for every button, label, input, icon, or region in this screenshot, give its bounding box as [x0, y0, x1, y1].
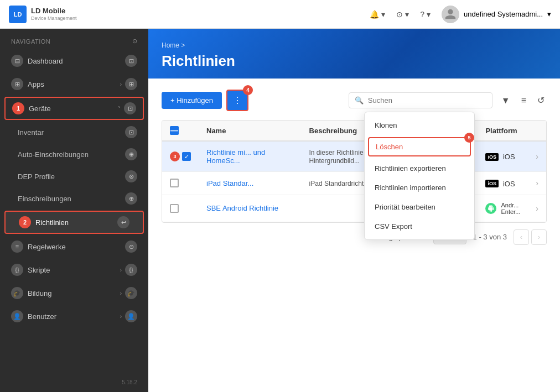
row-arrow-2: ›	[528, 172, 546, 195]
richtlinien-label: Richtlinien	[35, 218, 69, 227]
page-navigation: ‹ ›	[514, 229, 547, 245]
nav-section-label: NAVIGATION ⊙	[0, 29, 148, 49]
col-plattform: Plattform	[478, 121, 528, 141]
sidebar-item-dashboard[interactable]: ⊟ Dashboard ⊡	[0, 49, 148, 72]
avatar-icon	[444, 8, 457, 20]
row-link-3[interactable]: SBE Android Richtlinie	[206, 204, 278, 212]
step-badge-4: 4	[243, 85, 253, 95]
sidebar-item-label: Apps	[28, 80, 44, 88]
step-badge-1: 1	[12, 102, 24, 114]
dropdown-importieren[interactable]: Richtlinien importieren	[365, 178, 474, 197]
regelwerke-icon: ≡	[11, 241, 23, 253]
content-header: Home > Richtlinien	[148, 29, 560, 79]
dashboard-action-icon: ⊡	[125, 55, 137, 67]
row-platform-3: Andr...Enter...	[478, 195, 528, 222]
nav-settings-icon[interactable]: ⊙	[132, 38, 138, 45]
dropdown-menu: Klonen Löschen 5 Richtlinien exportieren…	[364, 112, 475, 240]
row-chevron-icon-3[interactable]: ›	[536, 204, 538, 213]
sync-icon: ⊙	[396, 10, 403, 19]
ios-badge-1: iOS	[485, 153, 499, 161]
search-box[interactable]: 🔍	[349, 92, 492, 108]
row-link-2[interactable]: iPad Standar...	[206, 179, 253, 187]
toolbar: + Hinzufügen ⋮ 4 🔍 ▼ ≡ ↺	[162, 90, 547, 111]
col-name: Name	[199, 121, 302, 141]
row-platform-1: iOS iOS	[478, 141, 528, 172]
sidebar-item-skripte[interactable]: {} Skripte › {}	[0, 258, 148, 281]
sidebar-item-einschreibungen[interactable]: Einschreibungen ⊕	[0, 187, 148, 210]
search-input[interactable]	[368, 96, 486, 104]
sidebar-item-richtlinien[interactable]: 2 Richtlinien ↩	[4, 211, 144, 234]
sidebar-item-geraete[interactable]: 1 Geräte ˅ ⊡	[4, 97, 144, 120]
dropdown-prioritaet[interactable]: Priorität bearbeiten	[365, 197, 474, 217]
header-right: 🔔 ▾ ⊙ ▾ ? ▾ undefined Systemadmi... ▾	[370, 6, 551, 23]
step-badge-2: 2	[19, 216, 31, 228]
user-chevron-icon: ▾	[547, 10, 551, 18]
row-arrow-1: ›	[528, 141, 546, 172]
row-chevron-icon-2[interactable]: ›	[536, 179, 538, 187]
sidebar-item-bildung[interactable]: 🎓 Bildung › 🎓	[0, 281, 148, 305]
sidebar-item-label: Geräte	[29, 104, 51, 113]
skripte-action-icon: {}	[125, 264, 137, 276]
dropdown-loeschen[interactable]: Löschen 5	[368, 137, 471, 156]
pagination: Einträge pro Seite: 100 1 - 3 von 3 ‹ ›	[162, 223, 547, 247]
page-title: Richtlinien	[162, 53, 547, 70]
auto-einschreibungen-label: Auto-Einschreibungen	[18, 150, 89, 159]
row-checkbox-1[interactable]: ✓	[182, 152, 191, 161]
breadcrumb: Home >	[162, 41, 547, 49]
sidebar-item-inventar[interactable]: Inventar ⊡	[0, 121, 148, 143]
platform-label-2: iOS	[503, 180, 515, 188]
dropdown-exportieren[interactable]: Richtlinien exportieren	[365, 159, 474, 178]
geraete-chevron-icon: ˅	[118, 106, 121, 112]
refresh-icon[interactable]: ↺	[535, 93, 547, 108]
row-checkbox-3[interactable]	[170, 204, 179, 213]
benutzer-action-icon: 👤	[125, 310, 137, 322]
row-link-1[interactable]: Richtlinie mi... und HomeSc...	[206, 148, 265, 165]
user-section[interactable]: undefined Systemadmi... ▾	[442, 6, 551, 23]
help-icon: ?	[420, 10, 424, 19]
dropdown-klonen[interactable]: Klonen	[365, 116, 474, 135]
prev-page-button[interactable]: ‹	[514, 229, 529, 245]
logo-icon: LD	[9, 6, 27, 23]
bildung-action-icon: 🎓	[125, 287, 137, 299]
row-name-2: iPad Standar...	[199, 172, 302, 195]
table-header-row: — Name Beschreibung Plattform	[162, 121, 546, 141]
list-view-icon[interactable]: ≡	[519, 93, 528, 108]
sidebar-item-regelwerke[interactable]: ≡ Regelwerke ⊝	[0, 235, 148, 258]
bell-icon: 🔔	[370, 10, 379, 19]
sidebar-item-apps[interactable]: ⊞ Apps › ⊞	[0, 72, 148, 96]
more-options-button[interactable]: ⋮ 4	[226, 90, 248, 111]
bell-button[interactable]: 🔔 ▾	[370, 10, 385, 19]
sidebar-item-benutzer[interactable]: 👤 Benutzer › 👤	[0, 305, 148, 328]
add-button[interactable]: + Hinzufügen	[162, 92, 222, 109]
filter-icon[interactable]: ▼	[499, 93, 512, 108]
sidebar: NAVIGATION ⊙ ⊟ Dashboard ⊡ ⊞ Apps › ⊞	[0, 29, 148, 392]
search-icon: 🔍	[355, 96, 364, 104]
help-button[interactable]: ? ▾	[420, 10, 431, 19]
logo-section: LD LD Mobile Device Management	[9, 6, 77, 23]
dep-profile-label: DEP Profile	[18, 173, 55, 181]
benutzer-label: Benutzer	[28, 312, 56, 321]
richtlinien-icon: ↩	[117, 216, 129, 228]
logo-text: LD Mobile Device Management	[31, 7, 77, 21]
ios-badge-2: iOS	[485, 180, 499, 187]
step-badge-5: 5	[464, 133, 474, 143]
platform-label-3: Andr...Enter...	[501, 202, 520, 215]
page-info: 1 - 3 von 3	[473, 233, 507, 241]
apps-icon: ⊞	[11, 78, 23, 90]
row-name-1: Richtlinie mi... und HomeSc...	[199, 141, 302, 172]
row-checkbox-2[interactable]	[170, 179, 179, 187]
inventar-icon: ⊡	[125, 126, 137, 138]
sidebar-item-auto-einschreibungen[interactable]: Auto-Einschreibungen ⊕	[0, 143, 148, 165]
sidebar-item-dep-profile[interactable]: DEP Profile ⊗	[0, 165, 148, 187]
sync-button[interactable]: ⊙ ▾	[396, 10, 409, 19]
auto-einschreibungen-icon: ⊕	[125, 148, 137, 160]
row-chevron-icon-1[interactable]: ›	[536, 152, 538, 161]
col-arrow	[528, 121, 546, 141]
benutzer-icon: 👤	[11, 310, 23, 322]
select-all-checkbox[interactable]: —	[170, 126, 179, 135]
next-page-button[interactable]: ›	[531, 229, 547, 245]
dropdown-csv[interactable]: CSV Export	[365, 217, 474, 236]
android-badge-3	[485, 203, 496, 214]
top-header: LD LD Mobile Device Management 🔔 ▾ ⊙ ▾ ?…	[0, 0, 560, 29]
main-layout: NAVIGATION ⊙ ⊟ Dashboard ⊡ ⊞ Apps › ⊞	[0, 29, 560, 392]
